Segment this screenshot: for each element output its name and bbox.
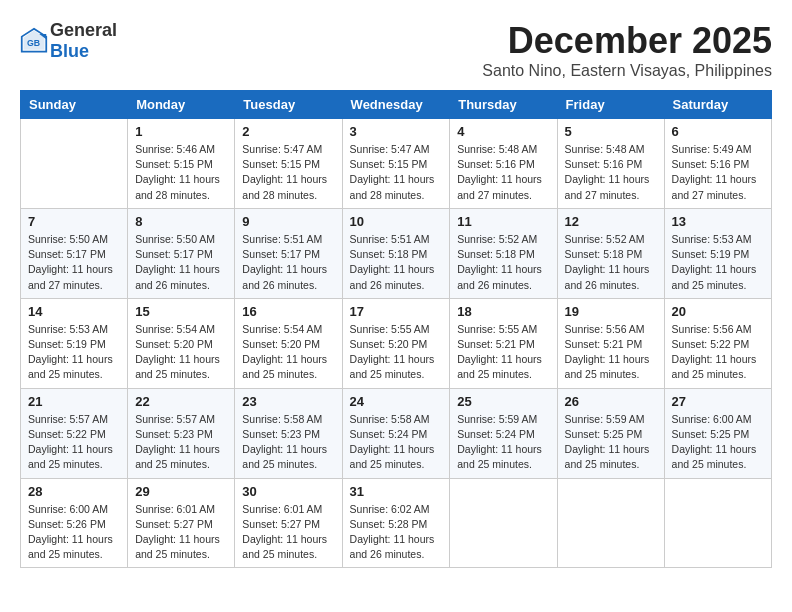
cell-details: Sunrise: 5:59 AMSunset: 5:24 PMDaylight:… [457,412,549,473]
calendar-cell: 17Sunrise: 5:55 AMSunset: 5:20 PMDayligh… [342,298,450,388]
cell-details: Sunrise: 5:48 AMSunset: 5:16 PMDaylight:… [565,142,657,203]
day-number: 19 [565,304,657,319]
cell-details: Sunrise: 5:53 AMSunset: 5:19 PMDaylight:… [672,232,764,293]
calendar-cell: 19Sunrise: 5:56 AMSunset: 5:21 PMDayligh… [557,298,664,388]
calendar-cell: 22Sunrise: 5:57 AMSunset: 5:23 PMDayligh… [128,388,235,478]
logo-icon: GB [20,27,48,55]
cell-details: Sunrise: 5:55 AMSunset: 5:21 PMDaylight:… [457,322,549,383]
calendar-week-row: 14Sunrise: 5:53 AMSunset: 5:19 PMDayligh… [21,298,772,388]
calendar-cell: 10Sunrise: 5:51 AMSunset: 5:18 PMDayligh… [342,208,450,298]
month-year-title: December 2025 [482,20,772,62]
cell-details: Sunrise: 5:46 AMSunset: 5:15 PMDaylight:… [135,142,227,203]
cell-details: Sunrise: 5:47 AMSunset: 5:15 PMDaylight:… [350,142,443,203]
day-number: 16 [242,304,334,319]
cell-details: Sunrise: 5:55 AMSunset: 5:20 PMDaylight:… [350,322,443,383]
day-number: 10 [350,214,443,229]
cell-details: Sunrise: 5:54 AMSunset: 5:20 PMDaylight:… [242,322,334,383]
logo-blue-text: Blue [50,41,89,61]
calendar-cell: 25Sunrise: 5:59 AMSunset: 5:24 PMDayligh… [450,388,557,478]
calendar-cell: 1Sunrise: 5:46 AMSunset: 5:15 PMDaylight… [128,119,235,209]
calendar-cell: 3Sunrise: 5:47 AMSunset: 5:15 PMDaylight… [342,119,450,209]
day-number: 8 [135,214,227,229]
day-number: 11 [457,214,549,229]
calendar-cell: 27Sunrise: 6:00 AMSunset: 5:25 PMDayligh… [664,388,771,478]
title-block: December 2025 Santo Nino, Eastern Visaya… [482,20,772,80]
day-number: 20 [672,304,764,319]
calendar-cell: 7Sunrise: 5:50 AMSunset: 5:17 PMDaylight… [21,208,128,298]
day-number: 2 [242,124,334,139]
calendar-cell: 30Sunrise: 6:01 AMSunset: 5:27 PMDayligh… [235,478,342,568]
calendar-week-row: 28Sunrise: 6:00 AMSunset: 5:26 PMDayligh… [21,478,772,568]
day-number: 24 [350,394,443,409]
calendar-cell [450,478,557,568]
day-number: 12 [565,214,657,229]
calendar-cell: 29Sunrise: 6:01 AMSunset: 5:27 PMDayligh… [128,478,235,568]
svg-text:GB: GB [27,38,40,48]
calendar-cell: 8Sunrise: 5:50 AMSunset: 5:17 PMDaylight… [128,208,235,298]
weekday-header-thursday: Thursday [450,91,557,119]
weekday-header-monday: Monday [128,91,235,119]
calendar-cell [21,119,128,209]
cell-details: Sunrise: 5:51 AMSunset: 5:17 PMDaylight:… [242,232,334,293]
day-number: 21 [28,394,120,409]
calendar-cell: 5Sunrise: 5:48 AMSunset: 5:16 PMDaylight… [557,119,664,209]
day-number: 3 [350,124,443,139]
calendar-week-row: 7Sunrise: 5:50 AMSunset: 5:17 PMDaylight… [21,208,772,298]
cell-details: Sunrise: 5:53 AMSunset: 5:19 PMDaylight:… [28,322,120,383]
cell-details: Sunrise: 5:48 AMSunset: 5:16 PMDaylight:… [457,142,549,203]
logo-general-text: General [50,20,117,40]
day-number: 23 [242,394,334,409]
calendar-cell: 4Sunrise: 5:48 AMSunset: 5:16 PMDaylight… [450,119,557,209]
calendar-header-row: SundayMondayTuesdayWednesdayThursdayFrid… [21,91,772,119]
day-number: 25 [457,394,549,409]
cell-details: Sunrise: 5:59 AMSunset: 5:25 PMDaylight:… [565,412,657,473]
calendar-cell: 14Sunrise: 5:53 AMSunset: 5:19 PMDayligh… [21,298,128,388]
calendar-cell: 18Sunrise: 5:55 AMSunset: 5:21 PMDayligh… [450,298,557,388]
cell-details: Sunrise: 5:47 AMSunset: 5:15 PMDaylight:… [242,142,334,203]
cell-details: Sunrise: 5:54 AMSunset: 5:20 PMDaylight:… [135,322,227,383]
cell-details: Sunrise: 6:02 AMSunset: 5:28 PMDaylight:… [350,502,443,563]
day-number: 29 [135,484,227,499]
calendar-table: SundayMondayTuesdayWednesdayThursdayFrid… [20,90,772,568]
cell-details: Sunrise: 5:52 AMSunset: 5:18 PMDaylight:… [565,232,657,293]
calendar-cell: 15Sunrise: 5:54 AMSunset: 5:20 PMDayligh… [128,298,235,388]
calendar-cell: 31Sunrise: 6:02 AMSunset: 5:28 PMDayligh… [342,478,450,568]
calendar-cell: 6Sunrise: 5:49 AMSunset: 5:16 PMDaylight… [664,119,771,209]
day-number: 30 [242,484,334,499]
day-number: 28 [28,484,120,499]
day-number: 27 [672,394,764,409]
day-number: 4 [457,124,549,139]
calendar-cell [664,478,771,568]
calendar-cell: 23Sunrise: 5:58 AMSunset: 5:23 PMDayligh… [235,388,342,478]
calendar-week-row: 1Sunrise: 5:46 AMSunset: 5:15 PMDaylight… [21,119,772,209]
day-number: 1 [135,124,227,139]
day-number: 18 [457,304,549,319]
weekday-header-tuesday: Tuesday [235,91,342,119]
calendar-cell: 2Sunrise: 5:47 AMSunset: 5:15 PMDaylight… [235,119,342,209]
day-number: 9 [242,214,334,229]
cell-details: Sunrise: 5:56 AMSunset: 5:22 PMDaylight:… [672,322,764,383]
day-number: 5 [565,124,657,139]
day-number: 17 [350,304,443,319]
calendar-cell: 9Sunrise: 5:51 AMSunset: 5:17 PMDaylight… [235,208,342,298]
day-number: 31 [350,484,443,499]
weekday-header-saturday: Saturday [664,91,771,119]
cell-details: Sunrise: 6:01 AMSunset: 5:27 PMDaylight:… [135,502,227,563]
cell-details: Sunrise: 5:57 AMSunset: 5:23 PMDaylight:… [135,412,227,473]
day-number: 15 [135,304,227,319]
cell-details: Sunrise: 6:00 AMSunset: 5:25 PMDaylight:… [672,412,764,473]
page-header: GB General Blue December 2025 Santo Nino… [20,20,772,80]
cell-details: Sunrise: 5:52 AMSunset: 5:18 PMDaylight:… [457,232,549,293]
cell-details: Sunrise: 6:01 AMSunset: 5:27 PMDaylight:… [242,502,334,563]
weekday-header-sunday: Sunday [21,91,128,119]
day-number: 14 [28,304,120,319]
calendar-cell: 11Sunrise: 5:52 AMSunset: 5:18 PMDayligh… [450,208,557,298]
day-number: 22 [135,394,227,409]
weekday-header-wednesday: Wednesday [342,91,450,119]
calendar-week-row: 21Sunrise: 5:57 AMSunset: 5:22 PMDayligh… [21,388,772,478]
day-number: 6 [672,124,764,139]
calendar-cell: 13Sunrise: 5:53 AMSunset: 5:19 PMDayligh… [664,208,771,298]
day-number: 13 [672,214,764,229]
cell-details: Sunrise: 5:58 AMSunset: 5:23 PMDaylight:… [242,412,334,473]
cell-details: Sunrise: 5:50 AMSunset: 5:17 PMDaylight:… [28,232,120,293]
